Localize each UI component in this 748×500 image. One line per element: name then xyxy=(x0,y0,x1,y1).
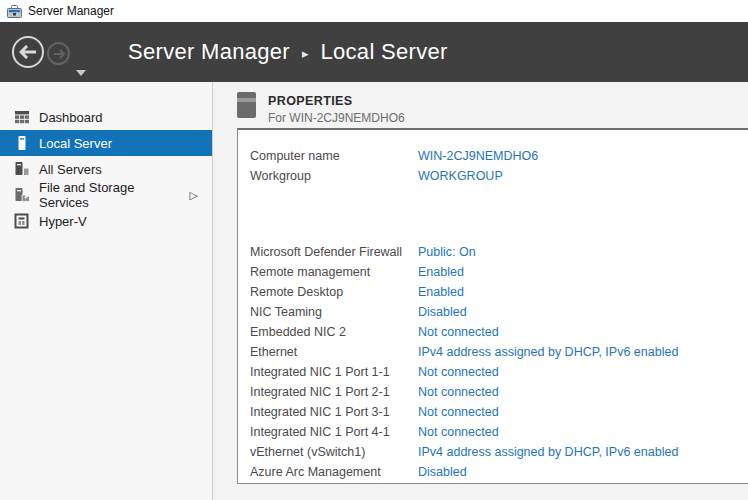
property-row-ethernet: Ethernet IPv4 address assigned by DHCP, … xyxy=(250,342,748,362)
file-storage-icon xyxy=(14,187,30,203)
server-manager-app-icon xyxy=(7,5,22,18)
property-label: Remote management xyxy=(250,265,418,279)
property-label: Integrated NIC 1 Port 2-1 xyxy=(250,385,418,399)
property-label: vEthernet (vSwitch1) xyxy=(250,445,418,459)
property-row-integrated-nic-3-1: Integrated NIC 1 Port 3-1 Not connected xyxy=(250,402,748,422)
properties-subtitle: For WIN-2CJ9NEMDHO6 xyxy=(268,111,405,125)
submenu-expand-icon[interactable]: ▷ xyxy=(190,189,198,202)
breadcrumb-current[interactable]: Local Server xyxy=(320,39,447,65)
property-label: Azure Arc Management xyxy=(250,465,418,479)
property-label: Workgroup xyxy=(250,169,418,183)
property-row-integrated-nic-4-1: Integrated NIC 1 Port 4-1 Not connected xyxy=(250,422,748,442)
property-value-link[interactable]: WIN-2CJ9NEMDHO6 xyxy=(418,149,538,163)
property-value-link[interactable]: IPv4 address assigned by DHCP, IPv6 enab… xyxy=(418,445,678,459)
window-title: Server Manager xyxy=(28,4,114,18)
property-value-link[interactable]: Enabled xyxy=(418,265,464,279)
property-value-link[interactable]: Not connected xyxy=(418,365,499,379)
property-row-azure-arc: Azure Arc Management Disabled xyxy=(250,462,748,482)
sidebar-item-local-server[interactable]: Local Server xyxy=(0,130,212,156)
properties-tile-icon xyxy=(237,92,256,118)
property-value-link[interactable]: Disabled xyxy=(418,465,467,479)
navigation-bar: Server Manager ▸ Local Server xyxy=(0,22,748,82)
back-button[interactable] xyxy=(12,36,44,68)
sidebar-item-label: Hyper-V xyxy=(39,214,87,229)
property-row-firewall: Microsoft Defender Firewall Public: On xyxy=(250,242,748,262)
property-value-link[interactable]: Not connected xyxy=(418,325,499,339)
sidebar-item-dashboard[interactable]: Dashboard xyxy=(0,104,212,130)
sidebar-item-label: Local Server xyxy=(39,136,112,151)
hyper-v-icon xyxy=(14,213,30,229)
property-row-computer-name: Computer name WIN-2CJ9NEMDHO6 xyxy=(250,146,748,166)
all-servers-icon xyxy=(14,161,30,177)
property-label: Computer name xyxy=(250,149,418,163)
property-value-link[interactable]: Public: On xyxy=(418,245,476,259)
sidebar-item-label: Dashboard xyxy=(39,110,103,125)
properties-title: PROPERTIES xyxy=(268,92,405,108)
dashboard-icon xyxy=(14,109,30,125)
sidebar: Dashboard Local Server All Servers xyxy=(0,82,213,500)
forward-arrow-icon xyxy=(53,49,65,59)
property-label: Integrated NIC 1 Port 3-1 xyxy=(250,405,418,419)
sidebar-item-label: File and Storage Services xyxy=(39,180,172,210)
property-row-workgroup: Workgroup WORKGROUP xyxy=(250,166,748,186)
back-arrow-icon xyxy=(19,45,37,59)
property-row-nic-teaming: NIC Teaming Disabled xyxy=(250,302,748,322)
sidebar-item-label: All Servers xyxy=(39,162,102,177)
property-row-vethernet: vEthernet (vSwitch1) IPv4 address assign… xyxy=(250,442,748,462)
property-value-link[interactable]: WORKGROUP xyxy=(418,169,503,183)
sidebar-item-all-servers[interactable]: All Servers xyxy=(0,156,212,182)
property-value-link[interactable]: Enabled xyxy=(418,285,464,299)
server-icon xyxy=(14,135,30,151)
property-value-link[interactable]: Not connected xyxy=(418,425,499,439)
property-value-link[interactable]: IPv4 address assigned by DHCP, IPv6 enab… xyxy=(418,345,678,359)
property-value-link[interactable]: Not connected xyxy=(418,385,499,399)
history-dropdown-caret[interactable] xyxy=(76,70,86,76)
main-pane: PROPERTIES For WIN-2CJ9NEMDHO6 Computer … xyxy=(213,82,748,500)
sidebar-item-hyper-v[interactable]: Hyper-V xyxy=(0,208,212,234)
window-titlebar: Server Manager xyxy=(0,0,748,22)
property-label: Embedded NIC 2 xyxy=(250,325,418,339)
property-value-link[interactable]: Disabled xyxy=(418,305,467,319)
property-label: Integrated NIC 1 Port 1-1 xyxy=(250,365,418,379)
breadcrumb-root[interactable]: Server Manager xyxy=(128,39,290,65)
property-row-integrated-nic-2-1: Integrated NIC 1 Port 2-1 Not connected xyxy=(250,382,748,402)
forward-button-disabled xyxy=(47,42,70,65)
properties-header: PROPERTIES For WIN-2CJ9NEMDHO6 xyxy=(237,92,405,125)
breadcrumb: Server Manager ▸ Local Server xyxy=(128,22,448,82)
property-group-gap xyxy=(250,186,748,242)
sidebar-item-file-storage-services[interactable]: File and Storage Services ▷ xyxy=(0,182,212,208)
property-row-remote-desktop: Remote Desktop Enabled xyxy=(250,282,748,302)
property-label: NIC Teaming xyxy=(250,305,418,319)
property-label: Ethernet xyxy=(250,345,418,359)
breadcrumb-separator-icon: ▸ xyxy=(302,44,309,61)
property-value-link[interactable]: Not connected xyxy=(418,405,499,419)
property-row-remote-management: Remote management Enabled xyxy=(250,262,748,282)
property-label: Microsoft Defender Firewall xyxy=(250,245,418,259)
property-row-integrated-nic-1-1: Integrated NIC 1 Port 1-1 Not connected xyxy=(250,362,748,382)
property-label: Integrated NIC 1 Port 4-1 xyxy=(250,425,418,439)
property-row-embedded-nic-2: Embedded NIC 2 Not connected xyxy=(250,322,748,342)
properties-panel: Computer name WIN-2CJ9NEMDHO6 Workgroup … xyxy=(237,128,748,484)
property-label: Remote Desktop xyxy=(250,285,418,299)
